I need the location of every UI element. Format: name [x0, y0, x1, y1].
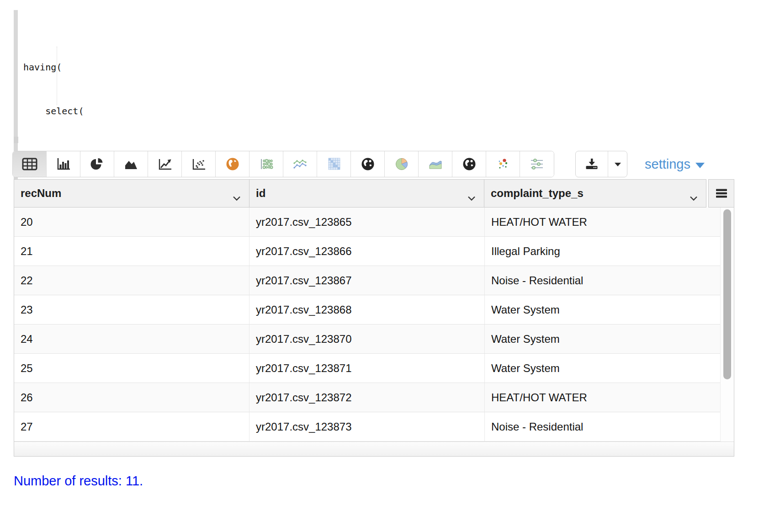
cell-recnum: 24	[14, 325, 249, 353]
table-body: 20 yr2017.csv_123865 HEAT/HOT WATER 21 y…	[14, 207, 734, 457]
results-count-text: Number of results: 11.	[14, 473, 143, 489]
download-button[interactable]	[576, 151, 608, 177]
caret-down-icon	[614, 161, 622, 167]
table-row: 22 yr2017.csv_123867 Noise - Residential	[14, 266, 734, 295]
cell-complaint-type: HEAT/HOT WATER	[485, 383, 734, 412]
bubble-matrix-icon	[259, 158, 274, 170]
cell-recnum: 27	[14, 412, 249, 441]
column-label: id	[256, 187, 265, 200]
table-row: 23 yr2017.csv_123868 Water System	[14, 295, 734, 325]
cell-id: yr2017.csv_123868	[249, 295, 485, 324]
column-header-recnum[interactable]: recNum	[14, 179, 249, 207]
table-header-row: recNum id complaint_type_s	[14, 179, 734, 207]
table-icon	[22, 158, 37, 170]
indent-guide	[57, 47, 57, 105]
cell-recnum: 23	[14, 295, 249, 324]
table-row: 24 yr2017.csv_123870 Water System	[14, 325, 734, 354]
bar-chart-icon	[56, 157, 71, 171]
visualization-toolbar: settings	[12, 151, 705, 177]
table-row: 26 yr2017.csv_123872 HEAT/HOT WATER	[14, 383, 734, 412]
cell-id: yr2017.csv_123866	[249, 237, 485, 266]
hamburger-icon	[715, 188, 728, 198]
chart-type-bubble-button[interactable]	[249, 151, 283, 177]
scatter-colored-icon	[496, 157, 510, 171]
chart-type-area-button[interactable]	[114, 151, 148, 177]
globe-dark-icon	[361, 157, 375, 171]
chart-type-map-button[interactable]	[216, 151, 249, 177]
pie-chart-icon	[90, 158, 104, 170]
chart-type-pie-button[interactable]	[80, 151, 114, 177]
chart-type-group	[12, 151, 554, 177]
download-options-button[interactable]	[608, 151, 627, 177]
chart-type-heatmap-button[interactable]	[317, 151, 351, 177]
chevron-down-icon[interactable]	[233, 191, 241, 204]
table-menu-button[interactable]	[708, 179, 734, 207]
stream-area-icon	[428, 158, 443, 170]
cell-recnum: 25	[14, 354, 249, 383]
cell-recnum: 26	[14, 383, 249, 412]
chart-type-multiline-button[interactable]	[283, 151, 317, 177]
chevron-down-icon[interactable]	[690, 191, 698, 204]
chart-type-parallel-button[interactable]	[520, 151, 554, 177]
cell-complaint-type: Noise - Residential	[485, 412, 734, 441]
column-label: complaint_type_s	[491, 187, 584, 200]
scatter-plot-icon	[191, 158, 206, 170]
chart-type-line-button[interactable]	[148, 151, 182, 177]
cell-id: yr2017.csv_123873	[249, 412, 485, 441]
cell-complaint-type: Illegal Parking	[485, 237, 734, 266]
cell-id: yr2017.csv_123867	[249, 266, 485, 295]
cell-id: yr2017.csv_123871	[249, 354, 485, 383]
cell-complaint-type: Water System	[485, 325, 734, 353]
download-icon	[585, 157, 599, 171]
pie-chart-colored-icon	[395, 157, 409, 171]
chart-type-globe2-button[interactable]	[452, 151, 486, 177]
heatmap-icon	[327, 157, 341, 171]
cell-recnum: 21	[14, 237, 249, 266]
chart-type-pie2-button[interactable]	[385, 151, 419, 177]
table-footer-strip	[14, 442, 734, 456]
settings-label: settings	[645, 157, 690, 172]
code-line: select(	[23, 104, 681, 118]
table-row: 25 yr2017.csv_123871 Water System	[14, 354, 734, 383]
code-line: having(	[23, 60, 681, 74]
sliders-icon	[529, 158, 545, 170]
globe-orange-icon	[226, 157, 239, 171]
table-row: 21 yr2017.csv_123866 Illegal Parking	[14, 237, 734, 266]
column-label: recNum	[21, 187, 61, 200]
chart-type-stream-button[interactable]	[419, 151, 452, 177]
caret-down-icon	[695, 163, 705, 168]
table-row: 20 yr2017.csv_123865 HEAT/HOT WATER	[14, 207, 734, 237]
chevron-down-icon[interactable]	[467, 191, 476, 204]
cell-complaint-type: HEAT/HOT WATER	[485, 207, 734, 236]
table-scrollbar-thumb[interactable]	[723, 209, 731, 379]
download-button-group	[575, 151, 627, 177]
cell-id: yr2017.csv_123870	[249, 325, 485, 353]
cell-complaint-type: Water System	[485, 354, 734, 383]
chart-type-scatter2-button[interactable]	[486, 151, 520, 177]
cell-complaint-type: Noise - Residential	[485, 266, 734, 295]
column-header-complaint-type[interactable]: complaint_type_s	[484, 179, 706, 207]
cell-recnum: 22	[14, 266, 249, 295]
chart-type-scatter-button[interactable]	[182, 151, 216, 177]
table-row: 27 yr2017.csv_123873 Noise - Residential	[14, 412, 734, 442]
cell-complaint-type: Water System	[485, 295, 734, 324]
table-scrollbar-track[interactable]	[720, 207, 734, 442]
area-chart-icon	[124, 158, 138, 170]
results-table: recNum id complaint_type_s	[14, 179, 734, 457]
cell-recnum: 20	[14, 207, 249, 236]
globe-dark-2-icon	[462, 157, 476, 171]
cell-id: yr2017.csv_123865	[249, 207, 485, 236]
chart-type-globe-button[interactable]	[351, 151, 385, 177]
settings-toggle[interactable]: settings	[645, 157, 705, 172]
cell-id: yr2017.csv_123872	[249, 383, 485, 412]
multi-line-chart-icon	[292, 158, 308, 170]
chart-type-bar-button[interactable]	[47, 151, 80, 177]
editor-gutter-nub	[14, 137, 18, 143]
chart-type-table-button[interactable]	[13, 151, 47, 177]
column-header-id[interactable]: id	[249, 179, 484, 207]
line-chart-icon	[158, 158, 172, 170]
